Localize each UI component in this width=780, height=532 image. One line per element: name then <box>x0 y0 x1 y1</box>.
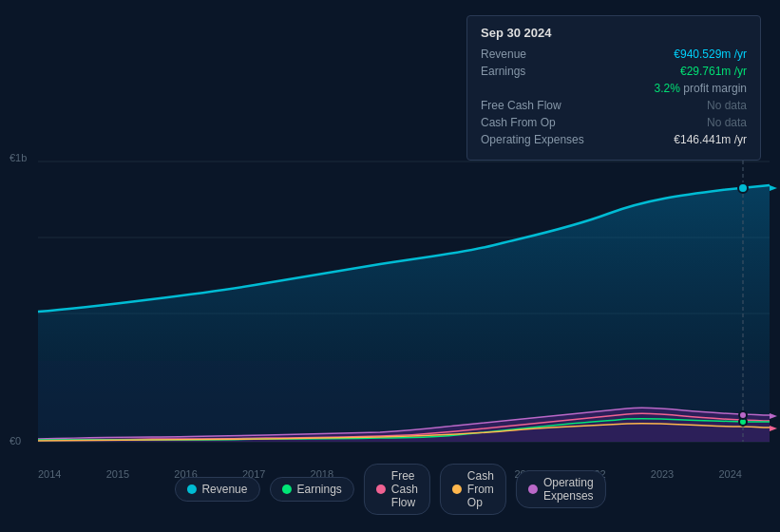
tooltip-value-margin: 3.2% profit margin <box>655 82 747 95</box>
legend-item-cashfromop[interactable]: Cash From Op <box>440 464 506 515</box>
y-axis-label-0: €0 <box>10 435 21 446</box>
x-label-2024: 2024 <box>718 468 741 480</box>
svg-point-7 <box>738 183 748 193</box>
tooltip-value-cashfromop: No data <box>707 116 747 129</box>
legend-item-revenue[interactable]: Revenue <box>174 477 259 502</box>
legend-label-cashfromop: Cash From Op <box>467 469 494 509</box>
x-label-2014: 2014 <box>38 468 61 480</box>
tooltip-value-fcf: No data <box>707 99 747 112</box>
tooltip-label-earnings: Earnings <box>481 65 595 78</box>
tooltip-row-earnings: Earnings €29.761m /yr <box>481 65 747 78</box>
tooltip-panel: Sep 30 2024 Revenue €940.529m /yr Earnin… <box>466 15 761 161</box>
x-label-2015: 2015 <box>106 468 129 480</box>
legend-dot-opex <box>528 484 538 494</box>
svg-point-9 <box>739 411 747 419</box>
tooltip-value-opex: €146.441m /yr <box>674 133 747 146</box>
legend-label-revenue: Revenue <box>201 483 247 496</box>
legend-dot-fcf <box>376 484 386 494</box>
tooltip-value-earnings: €29.761m /yr <box>680 65 747 78</box>
tooltip-label-revenue: Revenue <box>481 48 595 61</box>
legend-label-fcf: Free Cash Flow <box>391 469 418 509</box>
legend-item-opex[interactable]: Operating Expenses <box>516 470 606 508</box>
tooltip-label-cashfromop: Cash From Op <box>481 116 595 129</box>
tooltip-row-cashfromop: Cash From Op No data <box>481 116 747 129</box>
tooltip-date: Sep 30 2024 <box>481 26 747 40</box>
legend-label-earnings: Earnings <box>296 483 341 496</box>
tooltip-row-fcf: Free Cash Flow No data <box>481 99 747 112</box>
tooltip-row-margin: 3.2% profit margin <box>481 82 747 95</box>
x-label-2023: 2023 <box>651 468 674 480</box>
legend-item-earnings[interactable]: Earnings <box>269 477 353 502</box>
tooltip-value-revenue: €940.529m /yr <box>674 48 747 61</box>
legend-dot-earnings <box>281 484 291 494</box>
tooltip-row-opex: Operating Expenses €146.441m /yr <box>481 133 747 146</box>
tooltip-row-revenue: Revenue €940.529m /yr <box>481 48 747 61</box>
chart-legend: Revenue Earnings Free Cash Flow Cash Fro… <box>174 464 605 515</box>
tooltip-label-fcf: Free Cash Flow <box>481 99 595 112</box>
tooltip-label-opex: Operating Expenses <box>481 133 595 146</box>
legend-dot-revenue <box>186 484 196 494</box>
legend-item-fcf[interactable]: Free Cash Flow <box>364 464 430 515</box>
y-axis-label-1b: €1b <box>10 152 27 163</box>
legend-dot-cashfromop <box>452 484 462 494</box>
legend-label-opex: Operating Expenses <box>543 476 594 503</box>
